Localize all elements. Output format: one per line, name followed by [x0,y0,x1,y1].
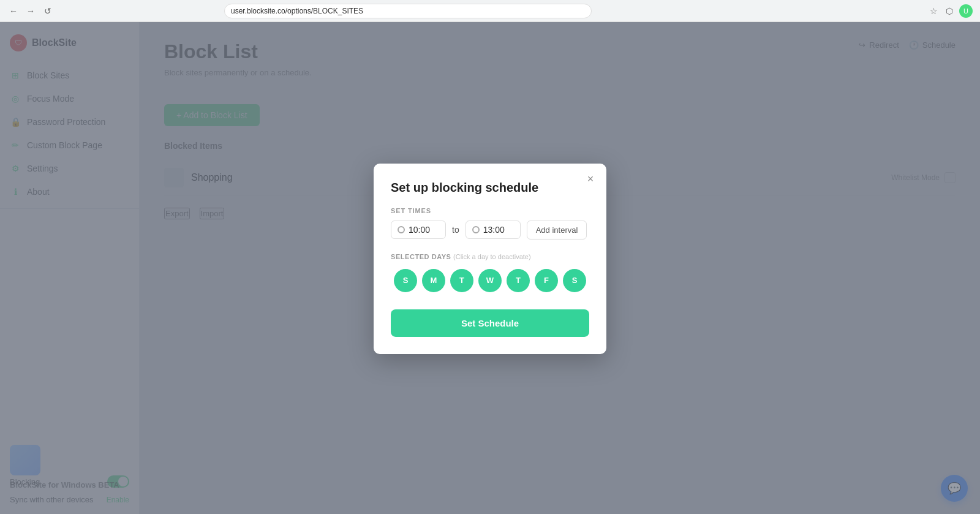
add-interval-button[interactable]: Add interval [527,220,587,239]
blocking-schedule-modal: × Set up blocking schedule SET TIMES to … [374,163,606,353]
address-bar[interactable]: user.blocksite.co/options/BLOCK_SITES [224,4,592,18]
time-from-input[interactable] [409,225,439,235]
profile-icon[interactable]: U [959,4,973,18]
day-button-sunday[interactable]: S [394,268,417,292]
modal-title: Set up blocking schedule [391,180,589,194]
to-connector: to [452,225,459,235]
page-wrapper: 🛡 BlockSite ⊞ Block Sites ◎ Focus Mode 🔒… [0,22,980,514]
url-text: user.blocksite.co/options/BLOCK_SITES [231,7,363,15]
time-to-wrapper [466,221,521,239]
day-button-thursday[interactable]: T [507,268,530,292]
forward-button[interactable]: → [24,5,37,17]
day-button-friday[interactable]: F [535,268,558,292]
time-to-input[interactable] [483,225,514,235]
day-button-wednesday[interactable]: W [478,268,502,292]
time-row: to Add interval [391,220,589,239]
extension-icon[interactable]: ⬡ [943,5,956,17]
day-button-tuesday[interactable]: T [450,268,473,292]
refresh-button[interactable]: ↺ [42,5,54,17]
day-button-saturday[interactable]: S [563,268,586,292]
selected-days-label: SELECTED DAYS (Click a day to deactivate… [391,252,589,260]
browser-action-group: ☆ ⬡ U [927,4,973,18]
day-button-monday[interactable]: M [422,268,445,292]
time-from-wrapper [391,221,446,239]
time-to-radio[interactable] [472,226,480,233]
browser-chrome: ← → ↺ user.blocksite.co/options/BLOCK_SI… [0,0,980,22]
modal-close-button[interactable]: × [583,172,598,186]
set-times-label: SET TIMES [391,206,589,214]
star-icon[interactable]: ☆ [927,5,940,17]
days-row: S M T W T F S [391,268,589,292]
selected-days-sub: (Click a day to deactivate) [453,252,531,260]
time-from-radio[interactable] [398,226,405,233]
back-button[interactable]: ← [7,5,20,17]
set-schedule-button[interactable]: Set Schedule [391,309,589,336]
